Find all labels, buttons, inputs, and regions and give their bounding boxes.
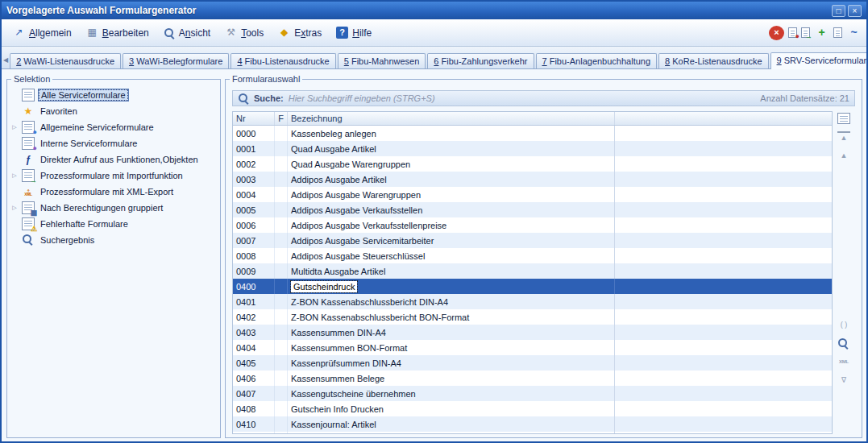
selection-tree: Alle Serviceformulare★Favoriten▷●Allgeme… xyxy=(7,84,220,251)
parentheses-icon[interactable]: ( ) xyxy=(837,319,850,330)
column-chooser-icon[interactable] xyxy=(837,113,850,124)
scroll-top-icon[interactable]: ▲ xyxy=(837,131,850,143)
tab-3-wawi-belegformulare[interactable]: 3 WaWi-Belegformulare xyxy=(123,53,229,68)
xml-view-icon[interactable]: XML xyxy=(837,356,850,367)
menu-item-bearbeiten[interactable]: ▦Bearbeiten xyxy=(80,23,156,42)
cell-f xyxy=(275,401,288,416)
cell-bezeichnung: Kassensummen BON-Format xyxy=(288,340,615,355)
side-strip: ▲▲( )XML∇ xyxy=(834,113,853,434)
selektion-legend: Selektion xyxy=(11,74,52,84)
empty-form-icon[interactable] xyxy=(833,27,842,38)
table-row-0008[interactable]: 0008Addipos Ausgabe Steuerschlüssel xyxy=(233,248,832,263)
table-row-0411[interactable]: 0411Kassenbelegübersicht xyxy=(233,432,832,434)
table-row-0401[interactable]: 0401Z-BON Kassenabschlussbericht DIN-A4 xyxy=(233,294,832,309)
tree-item-fehlerhafte-formulare[interactable]: ⚠Fehlerhafte Formulare xyxy=(9,216,218,232)
table-row-0002[interactable]: 0002Quad Ausgabe Warengruppen xyxy=(233,156,832,172)
window-controls: □ × xyxy=(832,5,862,17)
zoom-icon[interactable] xyxy=(837,337,850,349)
expander-icon[interactable]: ▷ xyxy=(10,205,19,211)
cell-bezeichnung: Z-BON Kassenabschlussbericht BON-Format xyxy=(288,309,615,325)
export-form-icon[interactable]: → xyxy=(801,27,810,38)
permissions-group-icon-badge: ▦ xyxy=(30,209,37,217)
tree-item-interne-serviceformulare[interactable]: ●Interne Serviceformulare xyxy=(9,135,218,151)
search-icon xyxy=(238,93,249,104)
tab-scroll-left-button[interactable]: ◀ xyxy=(3,52,8,67)
tab-4-fibu-listenausdrucke[interactable]: 4 Fibu-Listenausdrucke xyxy=(230,53,335,68)
tab-label: KoRe-Listenausdrucke xyxy=(670,56,762,66)
table-row-0001[interactable]: 0001Quad Ausgabe Artikel xyxy=(233,141,832,156)
cell-bezeichnung: Multidta Ausgabe Artikel xyxy=(288,263,615,279)
titlebar[interactable]: Vorgelagerte Auswahl Formulargenerator □… xyxy=(2,2,866,19)
table-row-0003[interactable]: 0003Addipos Ausgabe Artikel xyxy=(233,172,832,187)
table-row-0005[interactable]: 0005Addipos Ausgabe Verkaufsstellen xyxy=(233,202,832,217)
tree-item-nach-berechtigungen-gruppiert[interactable]: ▷▦Nach Berechtigungen gruppiert xyxy=(9,200,218,216)
abort-icon[interactable]: × xyxy=(769,26,784,40)
cell-bezeichnung: Addipos Ausgabe Verkaufsstellenpreise xyxy=(288,217,615,233)
table-row-0407[interactable]: 0407Kassengutscheine übernehmen xyxy=(233,386,832,401)
table-row-0004[interactable]: 0004Addipos Ausgabe Warengruppen xyxy=(233,187,832,202)
bezeichnung-text: Quad Ausgabe Warengruppen xyxy=(291,159,410,169)
cell-nr: 0007 xyxy=(233,233,275,248)
cell-f xyxy=(275,371,288,386)
table-row-0405[interactable]: 0405Kassenprüfsummen DIN-A4 xyxy=(233,355,832,371)
tab-9-srv-serviceformulare[interactable]: 9 SRV-Serviceformulare xyxy=(770,52,868,69)
table-row-0408[interactable]: 0408Gutschein Info Drucken xyxy=(233,401,832,416)
general-forms-icon-badge: ● xyxy=(33,129,37,136)
menu-item-label: Bearbeiten xyxy=(102,27,149,39)
table-row-0403[interactable]: 0403Kassensummen DIN-A4 xyxy=(233,325,832,340)
menu-item-label: Tools xyxy=(241,27,264,39)
menu-item-extras[interactable]: ◆Extras xyxy=(272,23,328,42)
table-row-0000[interactable]: 0000Kassenbeleg anlegen xyxy=(233,126,832,141)
column-header-bezeichnung[interactable]: Bezeichnung xyxy=(288,112,615,125)
new-form-icon[interactable]: + xyxy=(814,26,829,40)
expander-icon[interactable]: ▷ xyxy=(10,172,19,179)
table-body: 0000Kassenbeleg anlegen0001Quad Ausgabe … xyxy=(233,126,832,434)
xml-export-icon-text: XML xyxy=(22,188,35,201)
column-header-nr[interactable]: Nr xyxy=(233,112,275,125)
expander-icon[interactable]: ▷ xyxy=(10,124,19,130)
close-button[interactable]: × xyxy=(848,5,862,17)
cell-nr: 0009 xyxy=(233,263,275,279)
tab-8-kore-listenausdrucke[interactable]: 8 KoRe-Listenausdrucke xyxy=(658,53,768,68)
tree-item-direkter-aufruf-aus-funktionen-objekten[interactable]: ƒDirekter Aufruf aus Funktionen,Objekten xyxy=(9,151,218,168)
tree-item-prozessformulare-mit-importfunktion[interactable]: ▷→Prozessformulare mit Importfunktion xyxy=(9,168,218,184)
search-input[interactable] xyxy=(289,93,756,103)
tree-item-prozessformulare-mit-xml-export[interactable]: ↑XMLProzessformulare mit XML-Export xyxy=(9,184,218,200)
filter-icon[interactable]: ∇ xyxy=(837,375,850,386)
menu-item-tools[interactable]: ⚒Tools xyxy=(218,23,270,42)
inline-edit-box[interactable]: Gutscheindruck xyxy=(291,281,357,292)
cell-bezeichnung: Gutschein Info Drucken xyxy=(288,401,615,416)
tab-2-wawi-listenausdrucke[interactable]: 2 WaWi-Listenausdrucke xyxy=(10,53,121,68)
table-row-0009[interactable]: 0009Multidta Ausgabe Artikel xyxy=(233,263,832,279)
table-row-0006[interactable]: 0006Addipos Ausgabe Verkaufsstellenpreis… xyxy=(233,217,832,233)
tools-icon: ⚒ xyxy=(225,27,237,39)
menu-item-allgemein[interactable]: ↗Allgemein xyxy=(6,23,78,42)
design-icon[interactable]: ~ xyxy=(846,26,862,40)
scroll-up-icon[interactable]: ▲ xyxy=(837,150,850,161)
tab-5-fibu-mahnwesen[interactable]: 5 Fibu-Mahnwesen xyxy=(338,53,426,68)
maximize-button[interactable]: □ xyxy=(832,5,845,17)
table-row-0400[interactable]: 0400Gutscheindruck xyxy=(233,279,832,294)
cell-bezeichnung: Addipos Ausgabe Warengruppen xyxy=(288,187,615,202)
menu-item-ansicht[interactable]: Ansicht xyxy=(157,24,217,42)
tree-item-suchergebnis[interactable]: Suchergebnis xyxy=(9,232,218,248)
tree-item-label: Prozessformulare mit Importfunktion xyxy=(38,170,185,181)
tab-6-fibu-zahlungsverkehr[interactable]: 6 Fibu-Zahlungsverkehr xyxy=(427,53,534,68)
tree-item-allgemeine-serviceformulare[interactable]: ▷●Allgemeine Serviceformulare xyxy=(9,119,218,135)
tab-7-fibu-anlagenbuchhaltung[interactable]: 7 Fibu-Anlagenbuchhaltung xyxy=(536,53,658,68)
table-row-0406[interactable]: 0406Kassensummen Belege xyxy=(233,371,832,386)
table-row-0410[interactable]: 0410Kassenjournal: Artikel xyxy=(233,416,832,432)
tree-item-label: Prozessformulare mit XML-Export xyxy=(38,186,176,197)
column-header-f[interactable]: F xyxy=(275,112,288,125)
tree-item-favoriten[interactable]: ★Favoriten xyxy=(9,103,218,119)
cell-bezeichnung: Kassenbelegübersicht xyxy=(288,432,615,434)
table-row-0404[interactable]: 0404Kassensummen BON-Format xyxy=(233,340,832,355)
cell-f xyxy=(275,217,288,233)
cell-nr: 0411 xyxy=(233,432,275,434)
print-form-icon[interactable]: ● xyxy=(788,27,797,38)
bezeichnung-text: Kassensummen BON-Format xyxy=(291,343,407,353)
menu-item-hilfe[interactable]: ?Hilfe xyxy=(330,23,378,42)
table-row-0007[interactable]: 0007Addipos Ausgabe Servicemitarbeiter xyxy=(233,233,832,248)
tree-item-alle-serviceformulare[interactable]: Alle Serviceformulare xyxy=(9,87,218,103)
table-row-0402[interactable]: 0402Z-BON Kassenabschlussbericht BON-For… xyxy=(233,309,832,325)
